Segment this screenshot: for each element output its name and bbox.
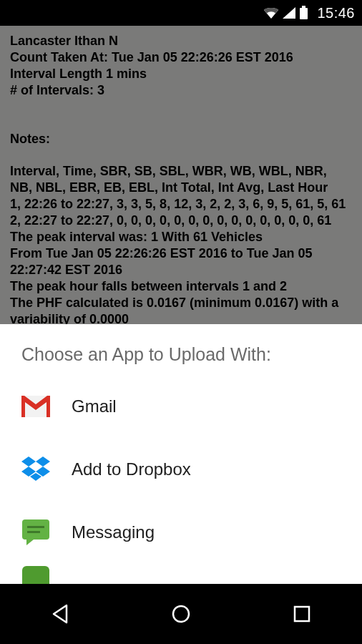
report-line: Lancaster Ithan N bbox=[10, 33, 352, 49]
wifi-icon bbox=[263, 6, 279, 19]
app-icon bbox=[21, 564, 50, 584]
report-line: 2, 22:27 to 22:27, 0, 0, 0, 0, 0, 0, 0, … bbox=[10, 213, 352, 229]
svg-rect-0 bbox=[300, 8, 308, 19]
gmail-icon bbox=[21, 392, 50, 421]
svg-point-7 bbox=[173, 606, 189, 622]
home-button[interactable] bbox=[160, 592, 202, 635]
svg-rect-5 bbox=[27, 531, 40, 533]
report-line: From Tue Jan 05 22:26:26 EST 2016 to Tue… bbox=[10, 245, 352, 278]
report-line: Interval, Time, SBR, SB, SBL, WBR, WB, W… bbox=[10, 163, 352, 196]
svg-rect-4 bbox=[27, 526, 44, 528]
battery-icon bbox=[299, 6, 308, 20]
dropbox-icon bbox=[21, 455, 50, 484]
back-button[interactable] bbox=[39, 592, 82, 635]
share-option-label: Messaging bbox=[72, 522, 155, 542]
svg-rect-6 bbox=[22, 566, 49, 584]
share-option-partial[interactable] bbox=[0, 564, 362, 584]
share-option-label: Gmail bbox=[72, 396, 117, 416]
messaging-icon bbox=[21, 518, 50, 547]
share-option-dropbox[interactable]: Add to Dropbox bbox=[0, 438, 362, 501]
signal-icon bbox=[282, 6, 296, 19]
share-option-gmail[interactable]: Gmail bbox=[0, 375, 362, 438]
svg-rect-3 bbox=[22, 519, 49, 540]
nav-bar bbox=[0, 584, 362, 644]
report-line: 1, 22:26 to 22:27, 3, 3, 5, 8, 12, 3, 2,… bbox=[10, 196, 352, 213]
report-line: The peak interval was: 1 With 61 Vehicle… bbox=[10, 229, 352, 245]
share-sheet: Choose an App to Upload With: Gmail bbox=[0, 324, 362, 584]
share-option-messaging[interactable]: Messaging bbox=[0, 501, 362, 564]
recent-apps-button[interactable] bbox=[280, 592, 323, 635]
share-option-label: Add to Dropbox bbox=[72, 459, 191, 479]
notes-label: Notes: bbox=[10, 131, 352, 147]
svg-rect-8 bbox=[295, 607, 309, 621]
clock-text: 15:46 bbox=[317, 5, 355, 21]
status-bar: 15:46 bbox=[0, 0, 362, 26]
share-sheet-title: Choose an App to Upload With: bbox=[0, 344, 362, 375]
report-line: # of Intervals: 3 bbox=[10, 82, 352, 99]
report-line: Interval Length 1 mins bbox=[10, 66, 352, 82]
report-line: The PHF calculated is 0.0167 (minimum 0.… bbox=[10, 295, 352, 328]
svg-rect-1 bbox=[302, 6, 305, 8]
report-line: The peak hour falls between intervals 1 … bbox=[10, 278, 352, 295]
report-line: Count Taken At: Tue Jan 05 22:26:26 EST … bbox=[10, 49, 352, 66]
share-sheet-list: Gmail Add to Dropbox bbox=[0, 375, 362, 584]
report-text: Lancaster Ithan N Count Taken At: Tue Ja… bbox=[0, 26, 362, 369]
